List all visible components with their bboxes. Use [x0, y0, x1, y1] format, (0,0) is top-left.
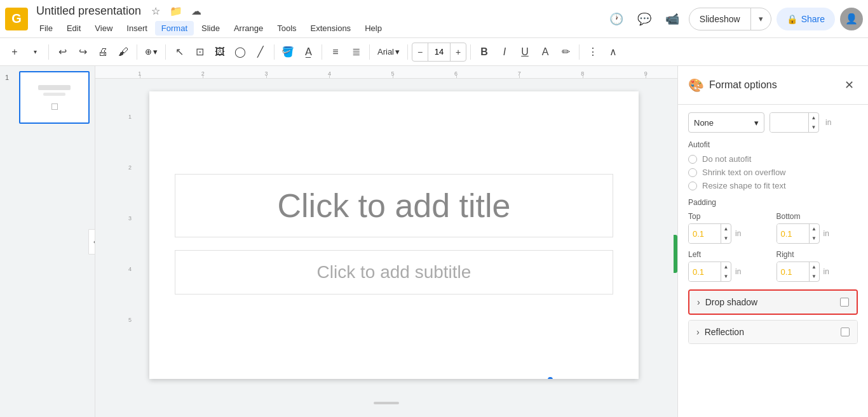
- italic-button[interactable]: I: [495, 43, 514, 62]
- bold-button[interactable]: B: [475, 43, 494, 62]
- none-dropdown-row: None ▾ ▲ ▼ in: [688, 112, 858, 133]
- font-dropdown[interactable]: Arial ▾: [374, 43, 403, 62]
- format-close-button[interactable]: ✕: [840, 76, 858, 94]
- chat-button[interactable]: 💬: [633, 8, 656, 30]
- undo-button[interactable]: ↩: [53, 43, 72, 62]
- padding-grid: Top ▲ ▼ in Bottom: [688, 212, 858, 282]
- padding-left-up[interactable]: ▲: [721, 262, 731, 272]
- menu-view[interactable]: View: [88, 21, 119, 36]
- text-color-button[interactable]: A: [536, 43, 555, 62]
- user-avatar[interactable]: 👤: [840, 8, 863, 30]
- padding-bottom-input[interactable]: [777, 224, 809, 243]
- menu-file[interactable]: File: [33, 21, 59, 36]
- handle-top[interactable]: [548, 377, 553, 379]
- line-tool[interactable]: ╱: [251, 43, 270, 62]
- height-down-arrow[interactable]: ▼: [809, 122, 818, 132]
- toolbar-sep-6: [369, 44, 370, 60]
- highlight-button[interactable]: A̲: [299, 43, 318, 62]
- padding-right-up[interactable]: ▲: [810, 262, 819, 272]
- select-tool[interactable]: ⊡: [190, 43, 209, 62]
- print-button[interactable]: 🖨: [93, 43, 112, 62]
- format-panel: 🎨 Format options ✕ None ▾ ▲ ▼ in: [677, 66, 868, 417]
- drop-shadow-left: › Drop shadow: [697, 297, 757, 307]
- align-button[interactable]: ≡: [326, 43, 345, 62]
- menu-insert[interactable]: Insert: [120, 21, 154, 36]
- reflection-header[interactable]: › Reflection: [689, 321, 857, 343]
- redo-button[interactable]: ↪: [73, 43, 92, 62]
- menu-help[interactable]: Help: [358, 21, 388, 36]
- padding-top-input[interactable]: [689, 224, 721, 243]
- radio-resize-shape[interactable]: [688, 182, 697, 190]
- padding-top-cell: Top ▲ ▼ in: [688, 212, 770, 244]
- slide-preview-1[interactable]: [19, 71, 90, 124]
- add-button[interactable]: +: [5, 43, 24, 62]
- menu-slide[interactable]: Slide: [195, 21, 226, 36]
- height-input[interactable]: [770, 113, 808, 132]
- panel-toggle[interactable]: ‹: [88, 229, 95, 255]
- add-dropdown[interactable]: ▾: [25, 43, 44, 62]
- drop-shadow-header[interactable]: › Drop shadow: [689, 291, 857, 314]
- menu-format[interactable]: Format: [155, 21, 194, 36]
- drop-shadow-checkbox[interactable]: [840, 298, 849, 307]
- padding-bottom-input-group: ▲ ▼: [776, 223, 820, 244]
- zoom-dropdown[interactable]: ⊕ ▾: [141, 43, 161, 62]
- none-dropdown[interactable]: None ▾: [688, 112, 764, 133]
- collapse-toolbar[interactable]: ∧: [604, 43, 623, 62]
- app-logo[interactable]: G: [5, 8, 28, 30]
- toolbar-sep-4: [274, 44, 275, 60]
- padding-top-arrows: ▲ ▼: [721, 224, 731, 243]
- height-up-arrow[interactable]: ▲: [809, 113, 818, 122]
- autofit-label-3: Resize shape to fit text: [702, 181, 786, 190]
- padding-top-up[interactable]: ▲: [721, 224, 731, 234]
- share-button[interactable]: 🔒 Share: [776, 8, 835, 30]
- fill-color-button[interactable]: 🪣: [278, 43, 297, 62]
- paint-format-button[interactable]: 🖌: [114, 43, 133, 62]
- slideshow-button[interactable]: Slideshow ▾: [689, 8, 771, 30]
- reflection-section: › Reflection: [688, 320, 858, 344]
- menu-extensions[interactable]: Extensions: [304, 21, 358, 36]
- padding-right-input[interactable]: [777, 262, 809, 281]
- folder-icon[interactable]: 📁: [167, 2, 185, 20]
- star-icon[interactable]: ☆: [147, 2, 165, 20]
- title-placeholder[interactable]: Click to add title: [175, 174, 613, 237]
- font-size-value[interactable]: 14: [428, 43, 451, 61]
- slide-canvas[interactable]: Click to add title Click to add subtitle: [149, 91, 639, 379]
- font-size-decrease[interactable]: −: [412, 43, 428, 61]
- slideshow-main[interactable]: Slideshow: [689, 8, 750, 30]
- linespace-button[interactable]: ≣: [346, 43, 365, 62]
- padding-top-down[interactable]: ▼: [721, 234, 731, 243]
- radio-shrink-text[interactable]: [688, 168, 697, 177]
- underline-button[interactable]: U: [515, 43, 534, 62]
- slide-thumb-1[interactable]: 1: [5, 71, 90, 124]
- image-tool[interactable]: 🖼: [210, 43, 229, 62]
- cloud-icon[interactable]: ☁: [187, 2, 205, 20]
- none-label: None: [694, 118, 714, 128]
- padding-left-input[interactable]: [689, 262, 721, 281]
- menu-edit[interactable]: Edit: [60, 21, 87, 36]
- subtitle-placeholder[interactable]: Click to add subtitle: [175, 250, 613, 295]
- format-icon: 🎨: [688, 77, 704, 93]
- padding-left-down[interactable]: ▼: [721, 272, 731, 281]
- radio-do-not-autofit[interactable]: [688, 155, 697, 164]
- padding-right-down[interactable]: ▼: [810, 272, 819, 281]
- pen-button[interactable]: ✏: [556, 43, 575, 62]
- top-bar: G Untitled presentation ☆ 📁 ☁ File Edit …: [0, 0, 868, 38]
- toolbar-sep-2: [137, 44, 137, 60]
- selected-shape[interactable]: [533, 376, 567, 379]
- font-size-increase[interactable]: +: [451, 43, 466, 61]
- ruler-mark-1: 1: [108, 70, 172, 77]
- menu-arrange[interactable]: Arrange: [227, 21, 269, 36]
- doc-title-area: Untitled presentation ☆ 📁 ☁ File Edit Vi…: [33, 2, 602, 36]
- more-options[interactable]: ⋮: [583, 43, 602, 62]
- cursor-tool[interactable]: ↖: [170, 43, 189, 62]
- padding-bottom-up[interactable]: ▲: [810, 224, 819, 234]
- reflection-checkbox[interactable]: [841, 328, 850, 336]
- history-button[interactable]: 🕐: [605, 8, 628, 30]
- meet-button[interactable]: 📹: [661, 8, 684, 30]
- shape-tool[interactable]: ◯: [231, 43, 250, 62]
- slideshow-dropdown-arrow[interactable]: ▾: [750, 8, 771, 30]
- doc-title[interactable]: Untitled presentation: [33, 3, 144, 20]
- menu-tools[interactable]: Tools: [271, 21, 302, 36]
- padding-bottom-down[interactable]: ▼: [810, 234, 819, 243]
- ruler-v-4: 4: [128, 244, 133, 295]
